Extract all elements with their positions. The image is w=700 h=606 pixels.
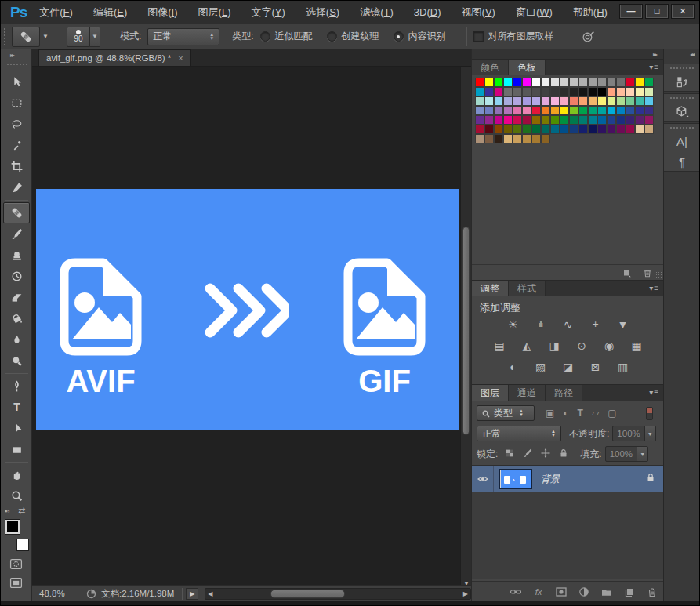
vibrance-icon[interactable]: ▼: [615, 318, 632, 332]
swap-colors-icon[interactable]: ⇄: [18, 506, 25, 516]
swatch-0-11[interactable]: [578, 78, 588, 87]
scroll-right-icon[interactable]: ▶: [463, 590, 468, 597]
zoom-tool[interactable]: [1, 485, 32, 506]
swatch-2-14[interactable]: [607, 96, 616, 106]
swatch-2-5[interactable]: [522, 96, 531, 106]
brush-size-picker[interactable]: 90: [67, 27, 90, 47]
fill-field[interactable]: 100% ▼: [605, 446, 648, 462]
swatch-3-4[interactable]: [513, 106, 522, 115]
menu-图像[interactable]: 图像(I): [147, 5, 177, 20]
swatch-3-0[interactable]: [475, 106, 484, 115]
swatch-4-18[interactable]: [644, 115, 654, 125]
swatch-4-6[interactable]: [531, 115, 541, 125]
crop-tool[interactable]: [1, 156, 32, 177]
maximize-button[interactable]: □: [645, 4, 669, 19]
close-button[interactable]: ✕: [671, 4, 695, 19]
swatch-3-17[interactable]: [635, 106, 644, 115]
panel-menu-icon[interactable]: ▾≡: [649, 63, 659, 71]
swatch-0-16[interactable]: [626, 78, 635, 87]
swatches-tab-颜色[interactable]: 颜色: [472, 60, 509, 75]
add-layer-mask-icon[interactable]: [555, 586, 568, 598]
pen-tool[interactable]: [1, 376, 32, 397]
swatch-0-6[interactable]: [531, 78, 541, 87]
swatch-5-12[interactable]: [588, 125, 597, 134]
swatch-3-15[interactable]: [616, 106, 626, 115]
move-tool[interactable]: [1, 71, 32, 93]
swatch-0-12[interactable]: [588, 78, 597, 87]
swatch-3-5[interactable]: [522, 106, 531, 115]
adjustments-tab-调整[interactable]: 调整: [472, 281, 509, 296]
blend-mode-select[interactable]: 正常 ▲▼: [147, 28, 219, 45]
levels-icon[interactable]: ıllı: [532, 318, 549, 332]
swatch-0-0[interactable]: [475, 78, 484, 87]
swatch-1-13[interactable]: [597, 87, 607, 96]
layers-tab-图层[interactable]: 图层: [472, 385, 509, 401]
black-white-icon[interactable]: ◨: [546, 339, 563, 353]
link-layers-icon[interactable]: [510, 586, 522, 598]
delete-swatch-icon[interactable]: [642, 267, 653, 278]
swatch-5-3[interactable]: [503, 125, 513, 134]
swatch-2-12[interactable]: [588, 96, 597, 106]
rectangular-marquee-tool[interactable]: [1, 93, 32, 114]
swatch-5-1[interactable]: [484, 125, 494, 134]
color-balance-icon[interactable]: ◭: [518, 339, 535, 353]
brush-tool[interactable]: [1, 223, 32, 245]
menu-文字[interactable]: 文字(Y): [251, 5, 285, 20]
default-colors-icon[interactable]: ▪▫: [5, 507, 9, 515]
swatch-1-4[interactable]: [513, 87, 522, 96]
panel-gripper[interactable]: [669, 126, 695, 129]
swatch-6-5[interactable]: [522, 134, 531, 143]
opacity-field[interactable]: 100% ▼: [612, 426, 655, 441]
swatch-6-1[interactable]: [484, 134, 494, 143]
eyedropper-tool[interactable]: [1, 177, 32, 198]
swatch-5-11[interactable]: [578, 125, 588, 134]
swatch-4-12[interactable]: [588, 115, 597, 125]
quick-mask-icon[interactable]: [9, 557, 24, 574]
swatch-0-2[interactable]: [494, 78, 503, 87]
swatch-6-6[interactable]: [531, 134, 541, 143]
close-tab-icon[interactable]: ×: [178, 53, 183, 63]
background-color-swatch[interactable]: [16, 539, 29, 551]
swatch-4-9[interactable]: [560, 115, 569, 125]
panel-button-properties[interactable]: [664, 101, 700, 122]
swatch-4-8[interactable]: [550, 115, 560, 125]
new-layer-icon[interactable]: [623, 586, 636, 598]
document-info[interactable]: 文档:2.16M/1.98M: [78, 588, 182, 600]
tools-gripper[interactable]: [6, 63, 27, 66]
swatch-3-9[interactable]: [560, 106, 569, 115]
selective-color-icon[interactable]: ⊠: [587, 360, 604, 374]
swatch-0-7[interactable]: [541, 78, 550, 87]
swatch-1-9[interactable]: [560, 87, 569, 96]
swatch-5-0[interactable]: [475, 125, 484, 134]
swatch-4-16[interactable]: [626, 115, 635, 125]
checkbox-icon[interactable]: [473, 31, 484, 42]
swatch-4-10[interactable]: [569, 115, 578, 125]
layer-filter-select[interactable]: 类型 ▲▼: [477, 405, 535, 421]
swatch-1-15[interactable]: [616, 87, 626, 96]
swatch-0-3[interactable]: [503, 78, 513, 87]
swatch-1-11[interactable]: [578, 87, 588, 96]
radio-创建纹理[interactable]: 创建纹理: [327, 30, 379, 43]
swatch-5-2[interactable]: [494, 125, 503, 134]
swatch-2-1[interactable]: [484, 96, 494, 106]
expand-tools-icon[interactable]: ▸▸: [10, 52, 13, 59]
swatch-4-2[interactable]: [494, 115, 503, 125]
swatch-5-17[interactable]: [635, 125, 644, 134]
panel-menu-icon[interactable]: ▾≡: [649, 284, 659, 292]
tool-preset-dropdown-icon[interactable]: ▼: [42, 33, 49, 40]
lock-position-icon[interactable]: [540, 448, 551, 461]
type-tool[interactable]: T: [1, 397, 32, 418]
swatch-1-2[interactable]: [494, 87, 503, 96]
exposure-icon[interactable]: ±: [587, 318, 604, 332]
layers-tab-通道[interactable]: 通道: [509, 385, 546, 401]
swatch-2-8[interactable]: [550, 96, 560, 106]
tablet-pressure-icon[interactable]: [582, 30, 595, 43]
layer-row[interactable]: › 背景: [472, 466, 664, 492]
color-lookup-icon[interactable]: ▦: [628, 339, 645, 353]
hue-saturation-icon[interactable]: ▤: [491, 339, 508, 353]
swatch-5-14[interactable]: [607, 125, 616, 134]
panel-button-paragraph[interactable]: ¶: [664, 151, 700, 172]
swatch-6-4[interactable]: [513, 134, 522, 143]
brush-size-dropdown-icon[interactable]: ▼: [90, 27, 100, 47]
swatch-4-17[interactable]: [635, 115, 644, 125]
